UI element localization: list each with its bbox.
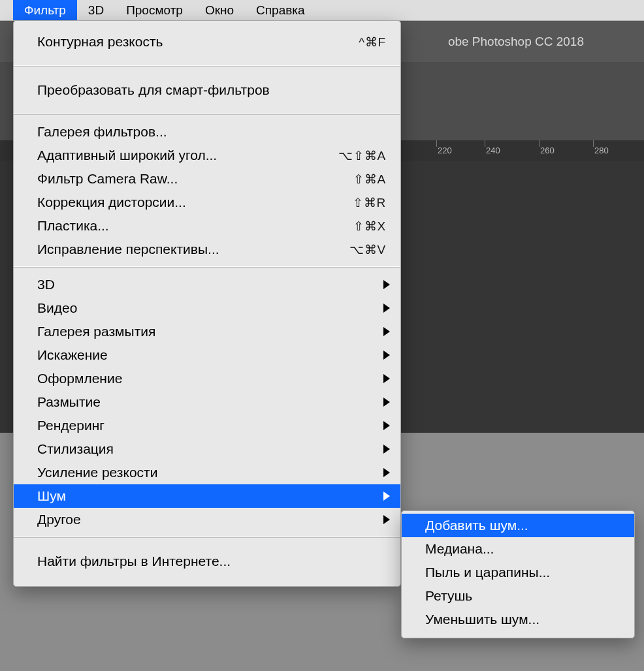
- menu-item-lens-correction[interactable]: Коррекция дисторсии... ⇧⌘R: [14, 191, 400, 214]
- menu-item-shortcut: ⇧⌘R: [353, 195, 386, 210]
- menu-item-label: Шум: [37, 488, 386, 504]
- ruler-tick: 220: [438, 146, 452, 155]
- menu-item-shortcut: ^⌘F: [359, 35, 386, 50]
- menu-separator: [14, 266, 400, 268]
- menu-item-shortcut: ⌥⇧⌘A: [338, 148, 386, 163]
- submenu-arrow-icon: [383, 445, 390, 454]
- menu-item-label: Видео: [37, 300, 386, 316]
- menu-item-liquify[interactable]: Пластика... ⇧⌘X: [14, 214, 400, 238]
- window-title: obe Photoshop CC 2018: [448, 35, 584, 49]
- submenu-arrow-icon: [383, 351, 390, 360]
- menu-item-label: Галерея фильтров...: [37, 124, 386, 140]
- ruler-tick: 280: [594, 146, 609, 155]
- menubar-item-help[interactable]: Справка: [245, 0, 316, 20]
- submenu-arrow-icon: [383, 421, 390, 430]
- menu-item-other[interactable]: Другое: [14, 508, 400, 531]
- menu-item-label: Оформление: [37, 371, 386, 386]
- submenu-arrow-icon: [383, 468, 390, 477]
- menu-item-label: Адаптивный широкий угол...: [37, 148, 338, 163]
- menu-item-label: Рендеринг: [37, 418, 386, 433]
- submenu-item-median[interactable]: Медиана...: [402, 537, 634, 561]
- menu-item-label: Медиана...: [425, 541, 620, 557]
- menu-item-label: Стилизация: [37, 441, 386, 457]
- menu-item-label: Пластика...: [37, 218, 353, 234]
- menu-item-vanishing-point[interactable]: Исправление перспективы... ⌥⌘V: [14, 238, 400, 261]
- menu-item-label: Добавить шум...: [425, 518, 620, 533]
- menu-item-shortcut: ⇧⌘X: [353, 219, 386, 234]
- ruler-tick: 240: [486, 146, 500, 155]
- submenu-arrow-icon: [383, 492, 390, 501]
- menu-item-label: Ретушь: [425, 588, 620, 604]
- menu-item-camera-raw[interactable]: Фильтр Camera Raw... ⇧⌘A: [14, 167, 400, 191]
- menu-item-label: Преобразовать для смарт-фильтров: [37, 82, 386, 98]
- noise-submenu: Добавить шум... Медиана... Пыль и царапи…: [401, 510, 635, 638]
- menu-item-render[interactable]: Рендеринг: [14, 414, 400, 437]
- menu-item-blur-gallery[interactable]: Галерея размытия: [14, 320, 400, 343]
- menubar: Фильтр 3D Просмотр Окно Справка: [0, 0, 644, 21]
- submenu-arrow-icon: [383, 515, 390, 524]
- menu-item-video[interactable]: Видео: [14, 296, 400, 320]
- menu-item-blur[interactable]: Размытие: [14, 390, 400, 414]
- submenu-item-despeckle[interactable]: Ретушь: [402, 584, 634, 608]
- menu-item-pixelate[interactable]: Оформление: [14, 367, 400, 390]
- menu-item-label: 3D: [37, 277, 386, 292]
- submenu-item-reduce-noise[interactable]: Уменьшить шум...: [402, 608, 634, 631]
- menu-item-shortcut: ⌥⌘V: [349, 242, 386, 257]
- menu-item-filter-gallery[interactable]: Галерея фильтров...: [14, 120, 400, 144]
- menu-item-label: Искажение: [37, 347, 386, 363]
- filter-menu: Контурная резкость ^⌘F Преобразовать для…: [13, 20, 401, 587]
- submenu-item-add-noise[interactable]: Добавить шум...: [402, 514, 634, 537]
- menu-item-browse-online[interactable]: Найти фильтры в Интернете...: [14, 543, 400, 580]
- menubar-item-view[interactable]: Просмотр: [115, 0, 194, 20]
- submenu-arrow-icon: [383, 374, 390, 383]
- menu-item-3d[interactable]: 3D: [14, 273, 400, 296]
- menu-separator: [14, 65, 400, 67]
- menu-item-distort[interactable]: Искажение: [14, 343, 400, 367]
- menu-item-last-filter[interactable]: Контурная резкость ^⌘F: [14, 23, 400, 60]
- menubar-item-3d[interactable]: 3D: [77, 0, 115, 20]
- menubar-item-filter[interactable]: Фильтр: [13, 0, 77, 20]
- menu-separator: [14, 537, 400, 538]
- menu-item-label: Коррекция дисторсии...: [37, 195, 353, 210]
- menu-item-label: Галерея размытия: [37, 324, 386, 339]
- menu-item-label: Размытие: [37, 394, 386, 410]
- menu-item-adaptive-wide-angle[interactable]: Адаптивный широкий угол... ⌥⇧⌘A: [14, 144, 400, 167]
- menu-item-label: Пыль и царапины...: [425, 565, 620, 580]
- submenu-arrow-icon: [383, 280, 390, 289]
- menu-item-label: Уменьшить шум...: [425, 612, 620, 627]
- menu-item-noise[interactable]: Шум: [14, 484, 400, 508]
- menu-separator: [14, 114, 400, 115]
- app-root: obe Photoshop CC 2018 220 240 260 280 Фи…: [0, 0, 644, 671]
- menubar-item-window[interactable]: Окно: [194, 0, 245, 20]
- menu-item-label: Усиление резкости: [37, 465, 386, 480]
- menu-item-label: Другое: [37, 512, 386, 527]
- menu-item-label: Исправление перспективы...: [37, 242, 349, 257]
- submenu-arrow-icon: [383, 398, 390, 407]
- menu-item-stylize[interactable]: Стилизация: [14, 437, 400, 461]
- menu-item-shortcut: ⇧⌘A: [353, 172, 386, 187]
- menu-item-label: Найти фильтры в Интернете...: [37, 554, 386, 569]
- menu-item-sharpen[interactable]: Усиление резкости: [14, 461, 400, 484]
- menu-item-label: Контурная резкость: [37, 34, 359, 50]
- submenu-arrow-icon: [383, 304, 390, 313]
- submenu-arrow-icon: [383, 327, 390, 336]
- submenu-item-dust-scratches[interactable]: Пыль и царапины...: [402, 561, 634, 584]
- menu-item-convert-smart[interactable]: Преобразовать для смарт-фильтров: [14, 72, 400, 108]
- menu-item-label: Фильтр Camera Raw...: [37, 171, 353, 187]
- ruler-tick: 260: [540, 146, 555, 155]
